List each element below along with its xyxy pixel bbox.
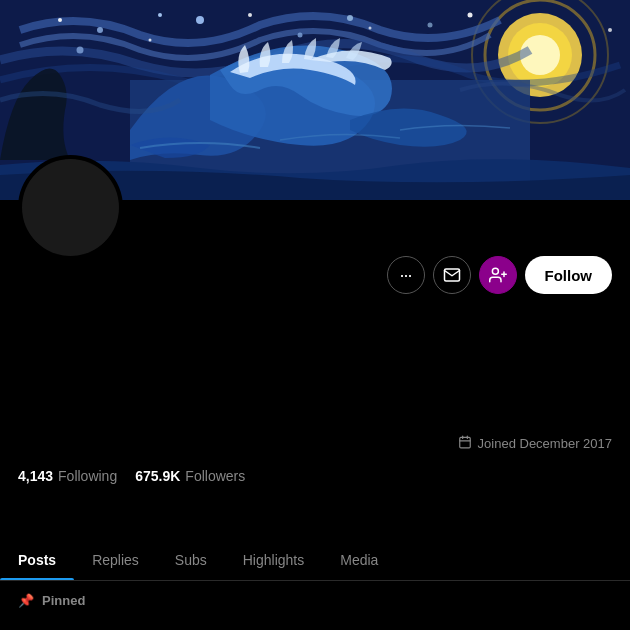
svg-point-15 bbox=[248, 13, 252, 17]
following-count: 4,143 bbox=[18, 468, 53, 484]
svg-point-18 bbox=[608, 28, 612, 32]
svg-point-12 bbox=[428, 23, 433, 28]
follow-button[interactable]: Follow bbox=[525, 256, 613, 294]
followers-stat[interactable]: 675.9K Followers bbox=[135, 468, 245, 484]
pinned-label: Pinned bbox=[42, 593, 85, 608]
svg-rect-23 bbox=[459, 437, 470, 448]
action-buttons-row: ··· Follow bbox=[387, 256, 613, 294]
tab-replies[interactable]: Replies bbox=[74, 540, 157, 580]
tab-subs[interactable]: Subs bbox=[157, 540, 225, 580]
stats-row: 4,143 Following 675.9K Followers bbox=[18, 468, 245, 484]
svg-point-17 bbox=[468, 13, 473, 18]
message-button[interactable] bbox=[433, 256, 471, 294]
following-stat[interactable]: 4,143 Following bbox=[18, 468, 117, 484]
more-icon: ··· bbox=[399, 266, 411, 284]
profile-page: ··· Follow Join bbox=[0, 0, 630, 630]
profile-tabs: Posts Replies Subs Highlights Media bbox=[0, 540, 630, 581]
tab-posts[interactable]: Posts bbox=[0, 540, 74, 580]
joined-info: Joined December 2017 bbox=[458, 435, 612, 452]
tab-highlights[interactable]: Highlights bbox=[225, 540, 322, 580]
calendar-icon bbox=[458, 435, 472, 452]
svg-point-14 bbox=[149, 39, 152, 42]
svg-point-20 bbox=[492, 268, 498, 274]
svg-point-8 bbox=[298, 33, 303, 38]
svg-point-9 bbox=[77, 47, 84, 54]
message-icon bbox=[443, 266, 461, 284]
svg-point-13 bbox=[58, 18, 62, 22]
joined-text: Joined December 2017 bbox=[478, 436, 612, 451]
more-options-button[interactable]: ··· bbox=[387, 256, 425, 294]
followers-label: Followers bbox=[185, 468, 245, 484]
followers-count: 675.9K bbox=[135, 468, 180, 484]
add-user-button[interactable] bbox=[479, 256, 517, 294]
svg-point-11 bbox=[347, 15, 353, 21]
svg-point-6 bbox=[97, 27, 103, 33]
pinned-row: 📌 Pinned bbox=[18, 593, 85, 608]
svg-point-7 bbox=[196, 16, 204, 24]
following-label: Following bbox=[58, 468, 117, 484]
person-add-icon bbox=[489, 266, 507, 284]
svg-point-16 bbox=[369, 27, 372, 30]
pin-icon: 📌 bbox=[18, 593, 34, 608]
avatar bbox=[18, 155, 123, 260]
tab-media[interactable]: Media bbox=[322, 540, 396, 580]
svg-point-10 bbox=[158, 13, 162, 17]
